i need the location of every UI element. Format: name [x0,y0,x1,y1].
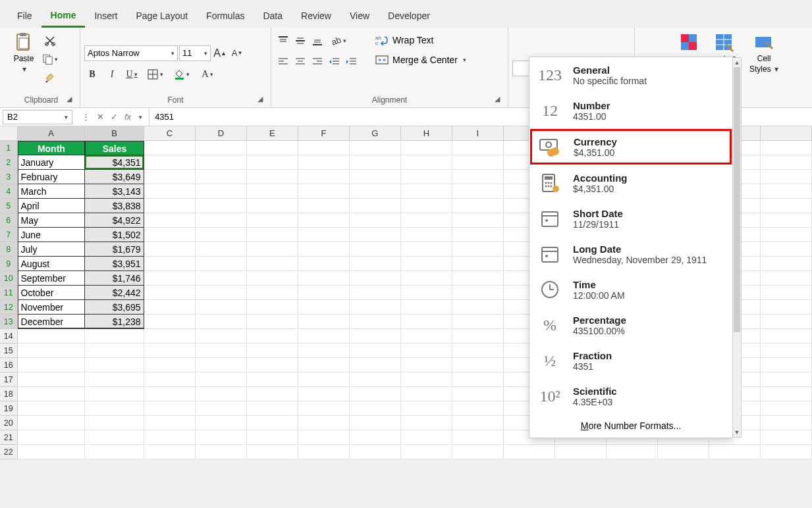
cell[interactable] [298,315,350,329]
cell[interactable] [85,416,144,430]
tab-page-layout[interactable]: Page Layout [126,7,197,28]
cell[interactable] [298,416,350,430]
cell[interactable] [144,300,196,315]
cell[interactable] [298,372,350,387]
cell[interactable] [350,286,401,300]
cell[interactable] [196,170,247,184]
cell[interactable]: December [18,315,86,329]
row-header[interactable]: 16 [0,358,18,372]
cell[interactable]: $4,351 [85,155,144,170]
cell[interactable] [504,445,555,459]
row-header[interactable]: 13 [0,315,18,329]
cell[interactable] [196,343,247,358]
cell[interactable] [18,430,86,445]
row-header[interactable]: 17 [0,372,18,387]
cell[interactable] [761,315,812,329]
increase-indent-button[interactable] [344,54,360,70]
cell[interactable]: June [18,228,86,242]
cell[interactable] [298,155,350,170]
cell[interactable]: $1,502 [85,228,144,242]
cell[interactable]: January [18,155,86,170]
cell[interactable] [18,358,86,372]
cell[interactable] [196,329,247,343]
cell[interactable] [144,213,196,228]
cell[interactable] [350,329,401,343]
cell[interactable] [350,315,401,329]
row-header[interactable]: 9 [0,257,18,271]
cell[interactable] [401,257,452,271]
cell[interactable] [350,387,401,401]
cell[interactable] [144,343,196,358]
cell[interactable] [761,416,812,430]
cell[interactable] [247,184,298,199]
cell[interactable] [401,300,452,315]
row-header[interactable]: 5 [0,199,18,213]
dialog-launcher-icon[interactable]: ◢ [495,95,500,103]
cell[interactable] [761,155,812,170]
tab-home[interactable]: Home [41,6,86,28]
cell[interactable]: $1,746 [85,271,144,286]
tab-developer[interactable]: Developer [379,7,439,28]
align-middle-button[interactable] [292,33,308,49]
cell[interactable] [452,430,504,445]
cell[interactable] [247,242,298,257]
cell[interactable] [196,401,247,416]
name-box[interactable]: B2▾ [3,110,72,124]
cell[interactable]: $1,238 [85,315,144,329]
cell[interactable] [144,199,196,213]
cell[interactable]: July [18,242,86,257]
cell[interactable] [709,445,761,459]
cell[interactable] [350,343,401,358]
cell[interactable] [247,271,298,286]
col-header-F[interactable]: F [298,126,350,141]
cell[interactable]: February [18,170,86,184]
cell[interactable] [350,184,401,199]
tab-insert[interactable]: Insert [85,7,126,28]
cell[interactable] [247,343,298,358]
cell[interactable] [401,213,452,228]
cell[interactable] [761,445,812,459]
cell[interactable] [761,343,812,358]
col-header-I[interactable]: I [452,126,504,141]
cell[interactable] [247,315,298,329]
cell[interactable] [247,257,298,271]
cell[interactable] [452,329,504,343]
cell[interactable] [401,416,452,430]
number-format-shortdate[interactable]: Short Date11/29/1911 [529,201,732,236]
cell[interactable] [761,213,812,228]
cell[interactable]: $3,838 [85,199,144,213]
cell[interactable] [247,445,298,459]
cell[interactable] [298,199,350,213]
cell[interactable] [761,257,812,271]
cell[interactable] [401,228,452,242]
cell[interactable] [761,430,812,445]
cell[interactable] [761,199,812,213]
cell[interactable] [761,141,812,155]
cell[interactable] [298,242,350,257]
cell[interactable] [196,271,247,286]
cell[interactable] [196,416,247,430]
cell[interactable] [401,199,452,213]
row-header[interactable]: 19 [0,401,18,416]
copy-button[interactable]: ▾ [42,51,58,67]
cell[interactable] [350,401,401,416]
cell[interactable] [298,358,350,372]
number-format-longdate[interactable]: Long DateWednesday, November 29, 1911 [529,236,732,272]
number-format-fraction[interactable]: ½Fraction4351 [529,343,732,378]
row-header[interactable]: 1 [0,141,18,155]
cell[interactable] [144,242,196,257]
col-header-C[interactable]: C [144,126,196,141]
cell[interactable] [247,416,298,430]
tab-data[interactable]: Data [254,7,292,28]
number-format-percentage[interactable]: %Percentage435100.00% [529,307,732,343]
number-format-currency[interactable]: Currency$4,351.00 [530,129,732,165]
row-header[interactable]: 2 [0,155,18,170]
cell[interactable] [144,228,196,242]
row-header[interactable]: 4 [0,184,18,199]
cell[interactable] [298,170,350,184]
number-format-scientific[interactable]: 10²Scientific4.35E+03 [529,378,732,414]
cell[interactable] [761,387,812,401]
cell[interactable] [196,184,247,199]
select-all-corner[interactable] [0,126,18,141]
cell[interactable] [401,343,452,358]
